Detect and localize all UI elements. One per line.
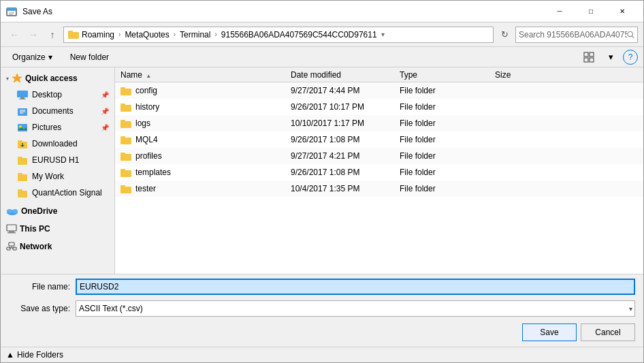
row-file-name: history [135,102,159,112]
minimize-button[interactable]: ─ [544,1,575,22]
svg-rect-51 [120,136,125,138]
breadcrumb-roaming: Roaming [82,30,114,40]
file-row[interactable]: profiles 9/27/2017 4:21 PM File folder [115,148,643,164]
sidebar-item-downloaded[interactable]: Downloaded [1,136,114,152]
quick-access-icon [12,73,22,84]
sidebar-item-quantaction[interactable]: QuantAction Signal [1,185,114,201]
folder-icon [120,168,131,177]
pics-pin-icon: 📌 [101,124,109,131]
title-bar: Save As ─ □ ✕ [1,1,643,22]
sidebar-item-desktop[interactable]: Desktop 📌 [1,86,114,103]
sidebar-item-mywork-label: My Work [32,172,64,181]
thispc-header[interactable]: This PC [1,221,114,236]
col-header-size[interactable]: Size [495,70,549,80]
file-row[interactable]: templates 9/26/2017 1:08 PM File folder [115,164,643,180]
svg-rect-4 [68,32,79,39]
folder-icon [120,185,131,193]
close-button[interactable]: ✕ [607,1,638,22]
col-header-date[interactable]: Date modified [291,70,400,80]
address-bar[interactable]: Roaming › MetaQuotes › Terminal › 915566… [63,27,494,43]
search-input[interactable] [519,30,627,40]
svg-line-7 [632,35,634,37]
file-row[interactable]: logs 10/10/2017 1:17 PM File folder [115,115,643,131]
svg-point-35 [12,209,18,213]
file-date-cell: 9/27/2017 4:21 PM [291,151,400,161]
svg-rect-37 [9,231,14,232]
up-button[interactable]: ↑ [44,27,61,43]
help-button[interactable]: ? [623,50,638,65]
cancel-button[interactable]: Cancel [581,323,635,341]
save-button[interactable]: Save [522,323,577,341]
file-list-header: Name ▲ Date modified Type Size [115,67,643,82]
onedrive-header[interactable]: OneDrive [1,204,114,219]
file-type-cell: File folder [400,119,495,128]
organize-button[interactable]: Organize ▾ [6,50,59,65]
toolbar-right: ▾ ? [579,50,638,65]
eurusd-folder-icon [17,156,28,165]
sort-arrow-icon: ▲ [146,73,151,79]
svg-point-6 [628,31,632,36]
svg-rect-55 [120,169,125,171]
navigation-toolbar: ← → ↑ Roaming › MetaQuotes › Terminal › … [1,22,643,47]
docs-pin-icon: 📌 [101,108,109,115]
sidebar-item-eurusd[interactable]: EURUSD H1 [1,152,114,168]
row-file-name: profiles [135,151,162,161]
folder-icon [120,86,131,95]
col-header-name[interactable]: Name ▲ [120,70,291,80]
new-folder-button[interactable]: New folder [64,50,115,65]
title-controls: ─ □ ✕ [544,1,638,22]
hide-folders-button[interactable]: ▲ Hide Folders [6,350,63,360]
save-type-row: Save as type: ASCII Text (*.csv) ▾ [1,299,643,321]
svg-marker-12 [12,74,22,82]
row-file-name: tester [135,184,156,193]
breadcrumb-hash: 915566BA06ADA407569C544CC0D97611 [221,30,377,40]
file-name-cell: profiles [120,151,291,161]
file-row[interactable]: tester 10/4/2017 1:35 PM File folder [115,180,643,197]
col-date-label: Date modified [291,70,341,80]
maximize-button[interactable]: □ [575,1,607,22]
sidebar-item-pictures-label: Pictures [32,123,61,132]
view-button[interactable] [579,50,598,65]
col-type-label: Type [400,70,417,80]
save-type-label: Save as type: [9,304,70,313]
back-button[interactable]: ← [6,27,22,43]
documents-icon [17,107,28,116]
file-type-cell: File folder [400,168,495,177]
onedrive-section: OneDrive [1,204,114,219]
sidebar-item-mywork[interactable]: My Work [1,168,114,185]
col-header-type[interactable]: Type [400,70,495,80]
save-type-select[interactable]: ASCII Text (*.csv) [76,300,635,317]
file-name-cell: history [120,102,291,112]
svg-rect-49 [120,120,125,122]
svg-rect-24 [18,140,22,142]
file-name-input[interactable] [76,279,635,295]
chevron-up-icon: ▲ [6,350,14,360]
file-name-cell: tester [120,184,291,193]
sidebar-item-pictures[interactable]: Pictures 📌 [1,119,114,136]
file-name-cell: MQL4 [120,135,291,144]
row-file-name: config [135,86,157,95]
file-row[interactable]: history 9/26/2017 10:17 PM File folder [115,99,643,115]
organize-label: Organize [12,52,46,62]
row-file-name: templates [135,168,171,177]
breadcrumb-metaquotes: MetaQuotes [125,30,169,40]
file-date-cell: 9/27/2017 4:44 PM [291,86,400,95]
file-row[interactable]: config 9/27/2017 4:44 PM File folder [115,82,643,99]
sidebar-item-documents[interactable]: Documents 📌 [1,103,114,119]
file-row[interactable]: MQL4 9/26/2017 1:08 PM File folder [115,131,643,148]
svg-rect-10 [584,58,588,62]
quick-access-header[interactable]: ▾ Quick access [1,70,114,86]
search-box[interactable] [515,27,638,43]
folder-icon [120,152,131,161]
svg-rect-44 [120,89,131,95]
forward-button[interactable]: → [25,27,42,43]
view-dropdown-button[interactable]: ▾ [601,50,620,65]
svg-rect-53 [120,153,125,155]
svg-rect-39 [9,242,14,246]
folder-icon [120,103,131,112]
svg-rect-9 [590,52,594,57]
refresh-button[interactable]: ↻ [496,27,513,43]
network-header[interactable]: Network [1,239,114,254]
desktop-icon [17,91,28,99]
pictures-icon [17,123,28,132]
